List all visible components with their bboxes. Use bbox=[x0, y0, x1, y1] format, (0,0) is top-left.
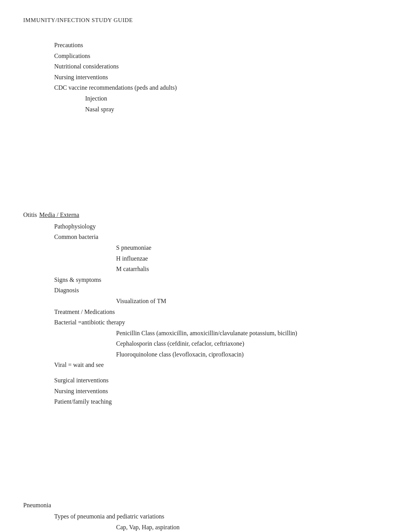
complications-item: Complications bbox=[54, 51, 388, 61]
fluoroquinolone-item: Fluoroquinolone class (levofloxacin, cip… bbox=[116, 350, 388, 360]
precautions-item: Precautions bbox=[54, 40, 388, 50]
h-influenzae-item: H influenzae bbox=[116, 254, 388, 264]
patient-family-teaching-item: Patient/family teaching bbox=[54, 397, 388, 407]
penicillin-item: Penicillin Class (amoxicillin, amoxicill… bbox=[116, 328, 388, 338]
cephalosporin-item: Cephalosporin class (cefdinir, cefaclor,… bbox=[116, 339, 388, 349]
bacterial-item: Bacterial =antibiotic therapy bbox=[54, 317, 388, 327]
otitis-section: Otitis Media / Externa Pathophysiology C… bbox=[23, 210, 388, 407]
pathophysiology-item: Pathophysiology bbox=[54, 222, 388, 232]
visualization-tm-item: Visualization of TM bbox=[116, 296, 388, 306]
viral-item: Viral = wait and see bbox=[54, 360, 388, 370]
pneumonia-section: Pneumonia Types of pneumonia and pediatr… bbox=[23, 500, 388, 532]
nursing-interventions-otitis-item: Nursing interventions bbox=[54, 386, 388, 396]
nasal-spray-item: Nasal spray bbox=[85, 104, 388, 114]
page-title: IMMUNITY/INFECTION STUDY GUIDE bbox=[23, 15, 388, 25]
pneumonia-label: Pneumonia bbox=[23, 500, 388, 510]
m-catarrhalis-item: M catarrhalis bbox=[116, 264, 388, 274]
diagnosis-item: Diagnosis bbox=[54, 285, 388, 295]
treatment-item: Treatment / Medications bbox=[54, 307, 388, 317]
section1: Precautions Complications Nutritional co… bbox=[23, 40, 388, 114]
types-pneumonia-item: Types of pneumonia and pediatric variati… bbox=[54, 512, 388, 522]
media-externa-label: Media / Externa bbox=[39, 210, 79, 220]
cdc-item: CDC vaccine recommendations (peds and ad… bbox=[54, 83, 388, 93]
signs-symptoms-item: Signs & symptoms bbox=[54, 275, 388, 285]
surgical-interventions-item: Surgical interventions bbox=[54, 375, 388, 385]
injection-item: Injection bbox=[85, 94, 388, 104]
cap-vap-hap-item: Cap, Vap, Hap, aspiration bbox=[116, 522, 388, 532]
nutritional-item: Nutritional considerations bbox=[54, 61, 388, 72]
s-pneumoniae-item: S pneumoniae bbox=[116, 243, 388, 253]
otitis-label: Otitis bbox=[23, 210, 37, 220]
common-bacteria-item: Common bacteria bbox=[54, 232, 388, 242]
nursing-interventions-item: Nursing interventions bbox=[54, 72, 388, 82]
